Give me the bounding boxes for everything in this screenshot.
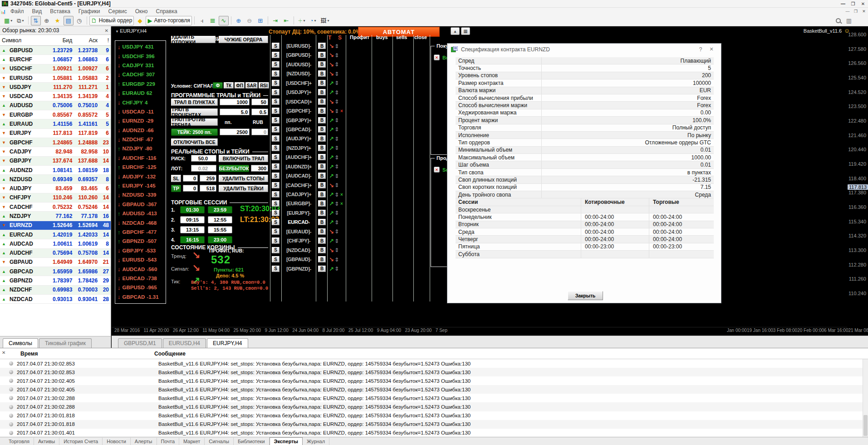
journal-close-icon[interactable]: ✕ [2,350,5,355]
terminal-tab[interactable]: Почта [157,438,180,445]
child-minimize-button[interactable]: — [843,9,852,14]
buy-pair-button[interactable]: B [318,135,326,142]
enable-trail-button[interactable]: ВКЛЮЧИТЬ ТРАЛ [219,155,268,162]
market-watch-row[interactable]: EURCHF 1.06857 1.06863 6 [0,55,111,64]
journal-row[interactable]: 2017.04.07 21:30:02.853 BasketBull_v11.6… [0,359,868,368]
menu-item[interactable]: Окно [131,8,152,15]
sell-pair-button[interactable]: S [272,61,280,68]
minimize-button[interactable]: — [838,1,848,6]
buy-pair-button[interactable]: B [318,228,326,235]
market-watch-row[interactable]: AUDNZD 1.08141 1.08159 18 [0,166,111,175]
journal-row[interactable]: 2017.04.07 21:30:02.288 BasketBull_v11.6… [0,402,868,411]
terminal-tab[interactable]: Активы [34,438,59,445]
indicators-button[interactable]: 🞡▾ [296,16,307,25]
trail-pips-step[interactable]: 50 [251,99,268,105]
take-secondary-value[interactable]: 0 [251,129,268,135]
market-watch-row[interactable]: EURCAD 1.42019 1.42033 14 [0,230,111,239]
buy-basket-close-button[interactable]: ✕ [434,54,440,60]
market-watch-row[interactable]: NZDCAD 0.93013 0.93041 28 [0,295,111,304]
metaeditor-button[interactable]: ◆ [135,16,145,25]
maximize-button[interactable]: ❐ [848,1,858,6]
market-watch-row[interactable]: GBPCAD 1.65959 1.65986 27 [0,267,111,276]
sell-pair-button[interactable]: S [272,210,280,216]
buy-pair-button[interactable]: B [318,163,326,170]
session-end-field[interactable]: 23:00 [208,236,232,243]
journal-scrollbar[interactable] [863,359,868,437]
autotrade-button[interactable]: ▶ Авто-торговля [146,16,191,25]
trail-countertrend-button[interactable]: ТРАЛ ПРОТИВ ТРЕНДА [171,119,218,126]
market-watch-button[interactable]: ⇅ [31,16,41,25]
market-watch-row[interactable]: GBPJPY 137.674 137.688 14 [0,157,111,166]
market-watch-row[interactable]: USDCHF 1.00921 1.00927 6 [0,64,111,74]
sell-pair-button[interactable]: S [272,70,280,77]
sell-pair-button[interactable]: S [272,108,280,114]
signal-option-button[interactable]: Ф [213,82,223,89]
navigator-button[interactable]: ★ [53,16,63,25]
terminal-tab[interactable]: Алерты [131,438,157,445]
sell-pair-button[interactable]: S [272,247,280,253]
market-watch-row[interactable]: AUDCHF 0.75694 0.75708 14 [0,249,111,258]
market-watch-row[interactable]: EURJPY 117.813 117.819 6 [0,129,111,138]
sell-pair-button[interactable]: S [272,145,280,151]
market-watch-row[interactable]: EURGBP 0.85567 0.85572 5 [0,110,111,119]
buy-pair-button[interactable]: B [318,80,326,86]
tile-windows-button[interactable]: ⊞ [255,16,265,25]
signal-option-button[interactable]: RSI [259,82,269,89]
buy-pair-button[interactable]: B [318,108,326,114]
sell-pair-button[interactable]: S [272,256,280,262]
market-watch-row[interactable]: AUDCAD 1.00611 1.00619 8 [0,239,111,248]
trail-percent-button[interactable]: ТРАЛ В ПРОЦЕНТАХ [171,109,218,116]
profiles-button[interactable]: ⧉▾ [15,16,25,25]
sell-pair-button[interactable]: S [272,173,280,179]
journal-row[interactable]: 2017.04.07 21:30:01.401 BasketBull_v11.6… [0,429,868,437]
signal-option-button[interactable]: ФП [235,82,245,89]
journal-row[interactable]: 2017.04.07 21:30:01.818 BasketBull_v11.6… [0,411,868,420]
market-watch-row[interactable]: CADJPY 82.948 82.958 10 [0,147,111,156]
market-watch-row[interactable]: USDJPY 111.270 111.271 1 [0,83,111,92]
sell-pair-button[interactable]: S [272,266,280,272]
sl-button[interactable]: SL [171,175,181,182]
data-window-button[interactable]: ⊕ [42,16,52,25]
market-watch-row[interactable]: USDCAD 1.34135 1.34139 4 [0,92,111,101]
market-watch-row[interactable]: GBPCHF 1.24865 1.24888 23 [0,138,111,147]
session-end-field[interactable]: 15:55 [208,226,232,233]
sell-pair-button[interactable]: S [272,117,280,124]
market-watch-row[interactable]: GBPAUD 1.64949 1.64970 21 [0,258,111,267]
sell-pair-button[interactable]: S [272,99,280,105]
sell-pair-button[interactable]: S [272,163,280,170]
market-watch-row[interactable]: GBPUSD 1.23729 1.23738 9 [0,46,111,55]
sell-pair-button[interactable]: S [272,200,280,207]
layout-button[interactable]: ▥ [844,16,854,25]
sell-pair-button[interactable]: S [272,182,280,188]
market-watch-tab[interactable]: Символы [3,338,38,348]
new-order-button[interactable]: 🗋 Новый ордер [89,16,134,25]
journal-row[interactable]: 2017.04.07 21:30:02.405 BasketBull_v11.6… [0,376,868,385]
zoom-in-button[interactable]: ⊕ [234,16,244,25]
buy-pair-button[interactable]: B [318,43,326,49]
sell-pair-button[interactable]: S [272,52,280,58]
delete-stops-button[interactable]: УДАЛИТЬ СТОПЫ [219,175,268,182]
dialog-help-button[interactable]: ? [696,46,706,53]
tp-value-2[interactable]: 518 [200,185,216,192]
sell-pair-button[interactable]: S [272,80,280,86]
market-watch-row[interactable]: CHFJPY 110.246 110.260 14 [0,193,111,203]
search-button[interactable] [833,16,843,25]
breakeven-button[interactable]: БЕЗУБЫТОК [219,165,249,172]
buy-pair-button[interactable]: B [318,237,326,244]
buy-pair-button[interactable]: B [318,126,326,133]
basket-action-button[interactable]: УДАЛИТЬ ОТЛОЖКИ [171,36,216,43]
buy-pair-button[interactable]: B [318,70,326,77]
market-watch-row[interactable]: NZDUSD 0.69349 0.69357 8 [0,175,111,184]
new-chart-button[interactable]: ▦▾ [2,16,14,25]
session-start-field[interactable]: 16:15 [180,236,205,243]
buy-pair-button[interactable]: B [318,210,326,216]
child-close-button[interactable]: ✕ [860,9,868,14]
take-value[interactable]: 2500 [220,129,250,135]
zoom-out-button[interactable]: ⊖ [245,16,255,25]
sell-basket-close-button[interactable]: ✕ [434,167,440,173]
breakeven-value[interactable]: 300 [251,165,268,172]
close-button[interactable]: ✕ [858,1,868,6]
market-watch-row[interactable]: GBPNZD 1.78397 1.78426 29 [0,276,111,285]
menu-item[interactable]: Файл [6,8,28,15]
journal-row[interactable]: 2017.04.07 21:30:01.818 BasketBull_v11.6… [0,420,868,429]
